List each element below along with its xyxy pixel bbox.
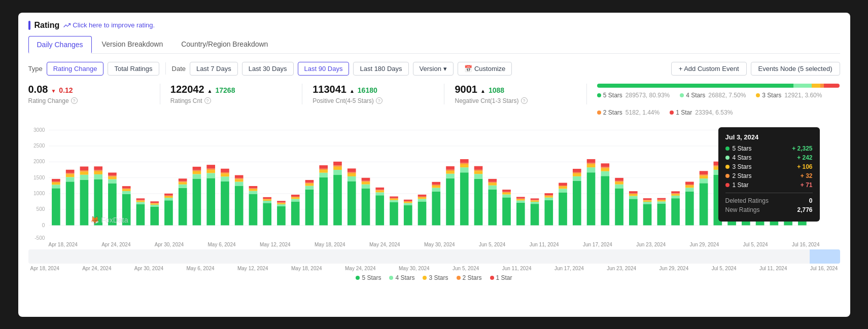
svg-rect-65: [192, 178, 201, 225]
svg-rect-112: [319, 170, 328, 173]
svg-rect-21: [65, 177, 74, 181]
svg-rect-64: [178, 178, 187, 181]
svg-rect-191: [544, 197, 553, 200]
svg-rect-139: [390, 196, 398, 198]
tab-country-breakdown[interactable]: Country/Region Breakdown: [173, 36, 276, 54]
svg-rect-239: [671, 191, 680, 193]
stat-rating-change: 0.08 0.12 Rating Change ?: [28, 84, 160, 104]
svg-rect-33: [94, 170, 102, 171]
svg-rect-190: [544, 200, 553, 225]
add-custom-event-btn[interactable]: + Add Custom Event: [671, 62, 747, 76]
svg-rect-42: [122, 189, 130, 191]
svg-rect-74: [206, 165, 215, 168]
svg-rect-149: [418, 194, 426, 196]
info-icon-2[interactable]: ?: [204, 97, 211, 104]
svg-rect-138: [390, 198, 398, 198]
svg-rect-15: [52, 188, 60, 225]
improve-rating-link[interactable]: Click here to improve rating.: [63, 21, 155, 29]
svg-rect-63: [178, 181, 187, 182]
svg-rect-94: [263, 197, 271, 198]
svg-rect-110: [319, 177, 328, 225]
total-ratings-btn[interactable]: Total Ratings: [108, 62, 159, 76]
svg-rect-241: [685, 188, 694, 191]
chart-legend: 5 Stars 4 Stars 3 Stars 2 Stars 1 Star: [28, 274, 840, 281]
rating-change-btn[interactable]: Rating Change: [47, 62, 104, 76]
svg-rect-216: [615, 184, 623, 188]
svg-rect-104: [291, 195, 299, 197]
customize-btn[interactable]: 📅 Customize: [458, 62, 512, 76]
tab-version-breakdown[interactable]: Version Breakdown: [94, 36, 171, 54]
svg-rect-134: [375, 187, 384, 189]
svg-rect-231: [657, 201, 666, 203]
tab-daily-changes[interactable]: Daily Changes: [28, 36, 92, 54]
star-legend-3-Stars: 3 Stars12921, 3.60%: [756, 92, 822, 99]
svg-rect-106: [305, 186, 314, 189]
svg-rect-49: [136, 198, 145, 200]
version-dropdown[interactable]: Version ▾: [413, 62, 454, 76]
svg-rect-245: [699, 183, 708, 225]
filter-row: Type Rating Change Total Ratings Date La…: [28, 62, 840, 76]
svg-rect-96: [277, 204, 286, 206]
svg-rect-205: [586, 172, 595, 225]
svg-rect-188: [530, 200, 539, 200]
svg-rect-135: [390, 202, 398, 225]
svg-rect-202: [572, 173, 581, 176]
type-label: Type: [28, 65, 43, 72]
svg-rect-213: [601, 167, 609, 168]
last-30-days-btn[interactable]: Last 30 Days: [242, 62, 294, 76]
svg-rect-66: [192, 174, 201, 178]
last-180-days-btn[interactable]: Last 180 Days: [353, 62, 408, 76]
svg-rect-27: [80, 171, 88, 174]
svg-rect-242: [685, 185, 694, 188]
svg-rect-84: [234, 175, 243, 178]
svg-rect-160: [460, 172, 468, 225]
svg-rect-90: [263, 203, 271, 225]
info-icon-3[interactable]: ?: [376, 97, 383, 104]
svg-rect-75: [221, 181, 229, 225]
svg-rect-192: [544, 196, 553, 197]
svg-rect-48: [136, 200, 145, 200]
svg-rect-52: [150, 203, 159, 205]
events-node-btn[interactable]: Events Node (5 selected): [751, 62, 840, 76]
svg-rect-178: [502, 192, 511, 192]
stars-section: 5 Stars289573, 80.93%4 Stars26882, 7.50%…: [587, 84, 840, 116]
svg-rect-92: [263, 199, 271, 201]
svg-rect-70: [206, 178, 215, 225]
svg-rect-226: [643, 202, 651, 204]
svg-rect-229: [643, 198, 651, 200]
svg-rect-142: [403, 201, 412, 203]
last-7-days-btn[interactable]: Last 7 Days: [190, 62, 238, 76]
svg-rect-22: [65, 174, 74, 177]
svg-rect-175: [502, 197, 511, 225]
tooltip-new: New Ratings 2,776: [725, 206, 813, 213]
stat-ratings-cnt: 122042 17268 Ratings Cnt ?: [160, 84, 302, 104]
svg-rect-157: [446, 171, 455, 174]
svg-rect-211: [601, 171, 609, 175]
svg-rect-133: [375, 190, 384, 190]
svg-rect-124: [347, 168, 356, 172]
svg-rect-183: [516, 198, 525, 199]
svg-rect-59: [164, 193, 173, 195]
svg-rect-243: [685, 184, 694, 185]
svg-rect-184: [516, 197, 525, 198]
svg-rect-120: [347, 181, 356, 225]
svg-rect-235: [671, 198, 680, 225]
svg-rect-78: [221, 172, 229, 173]
svg-rect-159: [446, 166, 455, 169]
svg-text:2500: 2500: [33, 142, 45, 148]
info-icon[interactable]: ?: [71, 97, 78, 104]
info-icon-4[interactable]: ?: [521, 97, 528, 104]
svg-rect-41: [122, 191, 130, 194]
svg-rect-43: [122, 188, 130, 189]
svg-rect-119: [333, 161, 342, 165]
svg-rect-109: [305, 180, 314, 182]
last-90-days-btn[interactable]: Last 90 Days: [298, 62, 350, 76]
svg-rect-23: [65, 173, 74, 174]
svg-rect-101: [291, 199, 299, 201]
page-title: Rating: [34, 21, 60, 30]
svg-rect-217: [615, 181, 623, 184]
arrow-up-icon: [207, 86, 213, 95]
svg-rect-80: [234, 186, 243, 225]
timeline-scrubber[interactable]: [28, 249, 840, 264]
svg-rect-238: [671, 193, 680, 194]
